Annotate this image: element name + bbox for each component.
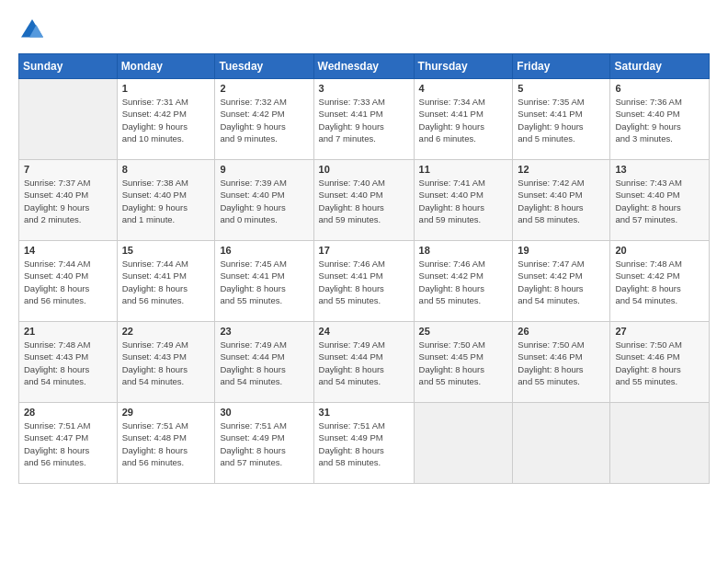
day-info: Sunrise: 7:49 AMSunset: 4:44 PMDaylight:…	[319, 339, 409, 387]
day-info: Sunrise: 7:40 AMSunset: 4:40 PMDaylight:…	[319, 177, 409, 225]
calendar-cell: 3Sunrise: 7:33 AMSunset: 4:41 PMDaylight…	[313, 79, 414, 160]
day-info: Sunrise: 7:33 AMSunset: 4:41 PMDaylight:…	[319, 96, 409, 144]
calendar-table: SundayMondayTuesdayWednesdayThursdayFrid…	[18, 53, 710, 484]
calendar-cell: 4Sunrise: 7:34 AMSunset: 4:41 PMDaylight…	[414, 79, 513, 160]
logo	[18, 17, 50, 44]
calendar-body: 1Sunrise: 7:31 AMSunset: 4:42 PMDaylight…	[19, 79, 710, 484]
day-info: Sunrise: 7:48 AMSunset: 4:42 PMDaylight:…	[615, 258, 704, 306]
calendar-cell: 17Sunrise: 7:46 AMSunset: 4:41 PMDayligh…	[313, 241, 414, 322]
day-info: Sunrise: 7:51 AMSunset: 4:49 PMDaylight:…	[319, 419, 409, 468]
calendar-cell: 25Sunrise: 7:50 AMSunset: 4:45 PMDayligh…	[414, 322, 513, 403]
calendar-header: SundayMondayTuesdayWednesdayThursdayFrid…	[19, 54, 710, 79]
logo-icon	[18, 17, 46, 44]
calendar-cell	[19, 79, 118, 160]
day-number: 24	[319, 326, 409, 337]
calendar-cell: 1Sunrise: 7:31 AMSunset: 4:42 PMDaylight…	[117, 79, 215, 160]
day-info: Sunrise: 7:34 AMSunset: 4:41 PMDaylight:…	[419, 96, 508, 144]
day-number: 31	[319, 407, 409, 418]
day-info: Sunrise: 7:31 AMSunset: 4:42 PMDaylight:…	[122, 96, 210, 144]
day-info: Sunrise: 7:36 AMSunset: 4:40 PMDaylight:…	[615, 96, 704, 144]
day-info: Sunrise: 7:42 AMSunset: 4:40 PMDaylight:…	[518, 177, 605, 225]
day-info: Sunrise: 7:49 AMSunset: 4:44 PMDaylight:…	[220, 339, 308, 387]
day-number: 22	[122, 326, 210, 337]
calendar-cell: 8Sunrise: 7:38 AMSunset: 4:40 PMDaylight…	[117, 160, 215, 241]
day-number: 1	[122, 83, 210, 94]
weekday-header: Wednesday	[313, 54, 414, 79]
day-number: 30	[220, 407, 308, 418]
day-info: Sunrise: 7:37 AMSunset: 4:40 PMDaylight:…	[24, 177, 112, 225]
day-number: 6	[615, 83, 704, 94]
calendar-week-row: 28Sunrise: 7:51 AMSunset: 4:47 PMDayligh…	[19, 403, 710, 484]
day-number: 19	[518, 245, 605, 256]
weekday-header: Tuesday	[215, 54, 313, 79]
day-info: Sunrise: 7:39 AMSunset: 4:40 PMDaylight:…	[220, 177, 308, 225]
day-info: Sunrise: 7:43 AMSunset: 4:40 PMDaylight:…	[615, 177, 704, 225]
calendar-cell	[610, 403, 710, 484]
day-number: 27	[615, 326, 704, 337]
calendar-cell: 15Sunrise: 7:44 AMSunset: 4:41 PMDayligh…	[117, 241, 215, 322]
day-info: Sunrise: 7:47 AMSunset: 4:42 PMDaylight:…	[518, 258, 605, 306]
day-number: 14	[24, 245, 112, 256]
calendar-cell: 7Sunrise: 7:37 AMSunset: 4:40 PMDaylight…	[19, 160, 118, 241]
calendar-cell: 26Sunrise: 7:50 AMSunset: 4:46 PMDayligh…	[513, 322, 610, 403]
day-number: 18	[419, 245, 508, 256]
calendar-cell	[513, 403, 610, 484]
day-number: 2	[220, 83, 308, 94]
calendar-cell: 23Sunrise: 7:49 AMSunset: 4:44 PMDayligh…	[215, 322, 313, 403]
calendar-cell: 11Sunrise: 7:41 AMSunset: 4:40 PMDayligh…	[414, 160, 513, 241]
calendar-cell: 30Sunrise: 7:51 AMSunset: 4:49 PMDayligh…	[215, 403, 313, 484]
day-number: 20	[615, 245, 704, 256]
day-info: Sunrise: 7:51 AMSunset: 4:47 PMDaylight:…	[24, 419, 112, 468]
day-number: 17	[319, 245, 409, 256]
day-info: Sunrise: 7:48 AMSunset: 4:43 PMDaylight:…	[24, 339, 112, 387]
day-info: Sunrise: 7:50 AMSunset: 4:46 PMDaylight:…	[615, 339, 704, 387]
header	[18, 17, 710, 44]
day-info: Sunrise: 7:49 AMSunset: 4:43 PMDaylight:…	[122, 339, 210, 387]
day-info: Sunrise: 7:38 AMSunset: 4:40 PMDaylight:…	[122, 177, 210, 225]
day-info: Sunrise: 7:41 AMSunset: 4:40 PMDaylight:…	[419, 177, 508, 225]
day-info: Sunrise: 7:44 AMSunset: 4:41 PMDaylight:…	[122, 258, 210, 306]
calendar-week-row: 14Sunrise: 7:44 AMSunset: 4:40 PMDayligh…	[19, 241, 710, 322]
weekday-header: Sunday	[19, 54, 118, 79]
day-info: Sunrise: 7:46 AMSunset: 4:42 PMDaylight:…	[419, 258, 508, 306]
weekday-header: Friday	[513, 54, 610, 79]
calendar-cell: 27Sunrise: 7:50 AMSunset: 4:46 PMDayligh…	[610, 322, 710, 403]
calendar-cell: 21Sunrise: 7:48 AMSunset: 4:43 PMDayligh…	[19, 322, 118, 403]
day-number: 28	[24, 407, 112, 418]
day-info: Sunrise: 7:44 AMSunset: 4:40 PMDaylight:…	[24, 258, 112, 306]
calendar-cell: 31Sunrise: 7:51 AMSunset: 4:49 PMDayligh…	[313, 403, 414, 484]
weekday-header: Saturday	[610, 54, 710, 79]
day-number: 29	[122, 407, 210, 418]
calendar-cell: 5Sunrise: 7:35 AMSunset: 4:41 PMDaylight…	[513, 79, 610, 160]
calendar-cell: 22Sunrise: 7:49 AMSunset: 4:43 PMDayligh…	[117, 322, 215, 403]
day-number: 4	[419, 83, 508, 94]
calendar-cell: 24Sunrise: 7:49 AMSunset: 4:44 PMDayligh…	[313, 322, 414, 403]
day-info: Sunrise: 7:45 AMSunset: 4:41 PMDaylight:…	[220, 258, 308, 306]
day-number: 10	[319, 164, 409, 175]
day-info: Sunrise: 7:46 AMSunset: 4:41 PMDaylight:…	[319, 258, 409, 306]
day-number: 16	[220, 245, 308, 256]
day-number: 12	[518, 164, 605, 175]
day-number: 13	[615, 164, 704, 175]
calendar-cell: 10Sunrise: 7:40 AMSunset: 4:40 PMDayligh…	[313, 160, 414, 241]
day-number: 25	[419, 326, 508, 337]
day-number: 5	[518, 83, 605, 94]
calendar-cell: 13Sunrise: 7:43 AMSunset: 4:40 PMDayligh…	[610, 160, 710, 241]
weekday-header: Thursday	[414, 54, 513, 79]
day-number: 23	[220, 326, 308, 337]
calendar-cell: 12Sunrise: 7:42 AMSunset: 4:40 PMDayligh…	[513, 160, 610, 241]
day-info: Sunrise: 7:50 AMSunset: 4:45 PMDaylight:…	[419, 339, 508, 387]
calendar-cell: 2Sunrise: 7:32 AMSunset: 4:42 PMDaylight…	[215, 79, 313, 160]
day-number: 8	[122, 164, 210, 175]
day-info: Sunrise: 7:51 AMSunset: 4:48 PMDaylight:…	[122, 419, 210, 468]
day-number: 7	[24, 164, 112, 175]
calendar-cell: 14Sunrise: 7:44 AMSunset: 4:40 PMDayligh…	[19, 241, 118, 322]
day-number: 26	[518, 326, 605, 337]
calendar-cell: 18Sunrise: 7:46 AMSunset: 4:42 PMDayligh…	[414, 241, 513, 322]
calendar-week-row: 7Sunrise: 7:37 AMSunset: 4:40 PMDaylight…	[19, 160, 710, 241]
page: SundayMondayTuesdayWednesdayThursdayFrid…	[0, 0, 728, 563]
calendar-cell: 9Sunrise: 7:39 AMSunset: 4:40 PMDaylight…	[215, 160, 313, 241]
day-number: 15	[122, 245, 210, 256]
calendar-cell: 19Sunrise: 7:47 AMSunset: 4:42 PMDayligh…	[513, 241, 610, 322]
calendar-cell	[414, 403, 513, 484]
